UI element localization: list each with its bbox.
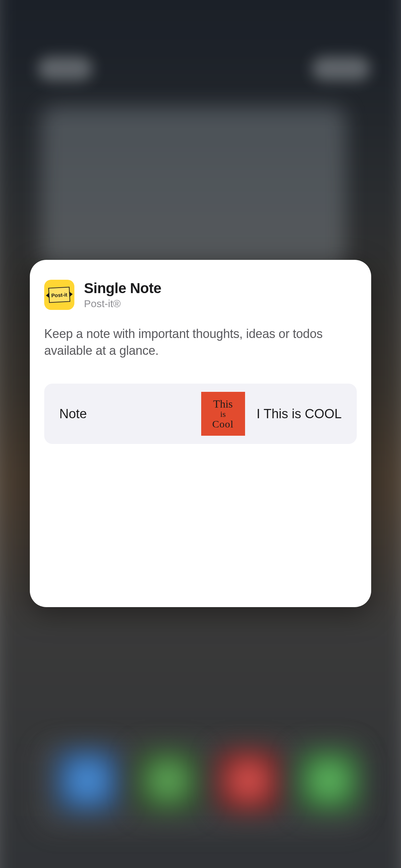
note-thumb-text: Cool	[212, 419, 233, 429]
blurred-dock-icon	[296, 748, 362, 813]
widget-publisher: Post-it®	[84, 298, 161, 310]
blurred-action-button	[312, 57, 370, 81]
note-thumb-text: This	[213, 398, 233, 409]
postit-app-icon: Post-it	[44, 280, 74, 310]
blurred-dock-icon	[216, 748, 281, 813]
widget-title: Single Note	[84, 280, 161, 297]
note-thumbnail-icon: This is Cool	[201, 392, 245, 436]
widget-description: Keep a note with important thoughts, ide…	[44, 326, 357, 359]
blurred-widget-preview	[41, 106, 346, 271]
option-label: Note	[59, 407, 87, 421]
note-option-row[interactable]: Note This is Cool I This is COOL	[44, 384, 357, 444]
header-text-block: Single Note Post-it®	[84, 280, 161, 310]
sheet-header: Post-it Single Note Post-it®	[44, 280, 357, 310]
app-icon-label: Post-it	[51, 291, 67, 298]
blurred-dock-icon	[55, 748, 120, 813]
note-thumb-text: is	[220, 410, 226, 418]
blurred-back-button	[38, 57, 93, 81]
option-value: I This is COOL	[257, 407, 342, 421]
widget-configuration-sheet: Post-it Single Note Post-it® Keep a note…	[30, 260, 371, 607]
blurred-dock-icon	[135, 748, 200, 813]
